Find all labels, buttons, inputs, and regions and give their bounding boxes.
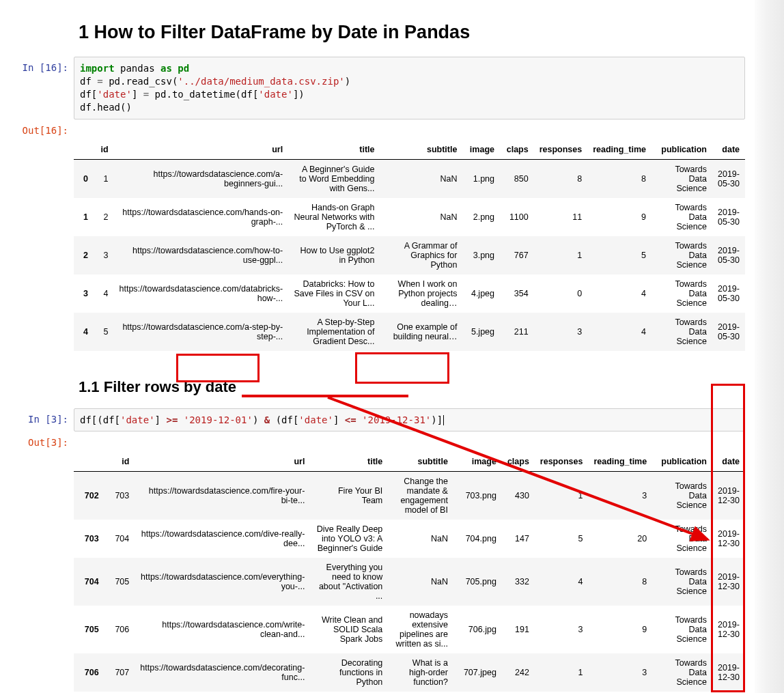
cell-title: Dive Really Deep into YOLO v3: A Beginne… <box>310 520 388 558</box>
cell-claps: 191 <box>502 606 535 653</box>
cell-url: https://towardsdatascience.com/how-to-us… <box>114 236 289 274</box>
cell-publication: Towards Data Science <box>652 472 712 520</box>
table-row: 01https://towardsdatascience.com/a-begin… <box>74 159 745 198</box>
cell-title: Write Clean and SOLID Scala Spark Jobs <box>310 606 388 653</box>
prompt-in-16: In [16]: <box>0 57 74 73</box>
column-header: url <box>135 452 310 472</box>
table-row: 12https://towardsdatascience.com/hands-o… <box>74 198 745 236</box>
cell-date: 2019-05-30 <box>712 274 745 313</box>
cell-reading_time: 4 <box>587 274 652 313</box>
cell-subtitle: nowadays extensive pipelines are written… <box>388 606 453 653</box>
code-cell-3: In [3]: df[(df['date'] >= '2019-12-01') … <box>0 408 755 432</box>
cell-date: 2019-05-30 <box>712 313 745 351</box>
cell-url: https://towardsdatascience.com/a-beginne… <box>114 159 289 198</box>
column-header: id <box>104 452 135 472</box>
heading-1-1: 1.1 Filter rows by date <box>79 378 755 396</box>
column-header: reading_time <box>588 452 652 472</box>
column-header: publication <box>652 140 712 160</box>
column-header: date <box>712 452 745 472</box>
column-header: subtitle <box>380 140 463 160</box>
prompt-out-16: Out[16]: <box>0 119 74 136</box>
table-row: 706707https://towardsdatascience.com/dec… <box>74 653 745 692</box>
code-input-3[interactable]: df[(df['date'] >= '2019-12-01') & (df['d… <box>74 408 745 432</box>
cell-image: 2.png <box>462 198 500 236</box>
cell-subtitle: NaN <box>380 198 463 236</box>
row-index: 703 <box>74 520 104 558</box>
cell-date: 2019-05-30 <box>712 198 745 236</box>
cell-id: 705 <box>104 558 135 606</box>
cell-title: Databricks: How to Save Files in CSV on … <box>288 274 380 313</box>
cell-title: A Beginner's Guide to Word Embedding wit… <box>288 159 380 198</box>
code-input-16[interactable]: import pandas as pd df = pd.read_csv('..… <box>74 57 745 119</box>
column-header <box>74 452 104 472</box>
cell-url: https://towardsdatascience.com/decoratin… <box>135 653 310 692</box>
table-row: 34https://towardsdatascience.com/databri… <box>74 274 745 313</box>
cell-publication: Towards Data Science <box>652 520 712 558</box>
cell-subtitle: When I work on Python projects dealing… <box>380 274 463 313</box>
table-row: 705706https://towardsdatascience.com/wri… <box>74 606 745 653</box>
cell-claps: 430 <box>502 472 535 520</box>
cell-id: 704 <box>104 520 135 558</box>
cell-subtitle: NaN <box>388 558 453 606</box>
cell-id: 703 <box>104 472 135 520</box>
page-shadow <box>755 0 784 693</box>
cell-claps: 1100 <box>500 198 534 236</box>
cell-reading_time: 8 <box>588 558 652 606</box>
cell-responses: 3 <box>535 606 589 653</box>
cell-publication: Towards Data Science <box>652 198 712 236</box>
column-header: url <box>114 140 289 160</box>
cell-publication: Towards Data Science <box>652 274 712 313</box>
cell-subtitle: One example of building neural… <box>380 313 463 351</box>
row-index: 0 <box>74 159 94 198</box>
cell-id: 5 <box>94 313 114 351</box>
prompt-in-3: In [3]: <box>0 408 74 425</box>
cell-date: 2019-12-30 <box>712 520 745 558</box>
cell-claps: 147 <box>502 520 535 558</box>
cell-responses: 0 <box>534 274 588 313</box>
column-header: publication <box>652 452 712 472</box>
cell-responses: 4 <box>535 558 589 606</box>
cell-subtitle: NaN <box>380 159 463 198</box>
cell-responses: 3 <box>534 313 588 351</box>
cell-reading_time: 3 <box>588 472 652 520</box>
cell-url: https://towardsdatascience.com/fire-your… <box>135 472 310 520</box>
cell-image: 704.png <box>453 520 502 558</box>
code-cell-16: In [16]: import pandas as pd df = pd.rea… <box>0 57 755 119</box>
row-index: 705 <box>74 606 104 653</box>
cell-id: 707 <box>104 653 135 692</box>
cell-publication: Towards Data Science <box>652 236 712 274</box>
column-header <box>74 140 94 160</box>
column-header: image <box>453 452 502 472</box>
table-row: 703704https://towardsdatascience.com/div… <box>74 520 745 558</box>
dataframe-table-1: idurltitlesubtitleimageclapsresponsesrea… <box>74 140 745 351</box>
cell-reading_time: 5 <box>587 236 652 274</box>
column-header: reading_time <box>587 140 652 160</box>
cell-responses: 5 <box>535 520 589 558</box>
column-header: date <box>712 140 745 160</box>
table-row: 23https://towardsdatascience.com/how-to-… <box>74 236 745 274</box>
prompt-out-3: Out[3]: <box>0 432 74 448</box>
cell-id: 4 <box>94 274 114 313</box>
text-caret <box>443 415 444 425</box>
table-row: 704705https://towardsdatascience.com/eve… <box>74 558 745 606</box>
row-index: 1 <box>74 198 94 236</box>
cell-date: 2019-12-30 <box>712 472 745 520</box>
notebook-page: 1 How to Filter DataFrame by Date in Pan… <box>0 0 755 693</box>
cell-title: Everything you need to know about "Activ… <box>310 558 388 606</box>
cell-image: 3.png <box>462 236 500 274</box>
cell-title: Fire Your BI Team <box>310 472 388 520</box>
cell-claps: 354 <box>500 274 534 313</box>
cell-reading_time: 20 <box>588 520 652 558</box>
cell-title: Decorating functions in Python <box>310 653 388 692</box>
cell-responses: 8 <box>534 159 588 198</box>
heading-1: 1 How to Filter DataFrame by Date in Pan… <box>79 22 755 43</box>
cell-subtitle: NaN <box>388 520 453 558</box>
row-index: 706 <box>74 653 104 692</box>
column-header: claps <box>502 452 535 472</box>
column-header: title <box>288 140 380 160</box>
cell-date: 2019-05-30 <box>712 159 745 198</box>
cell-image: 5.jpeg <box>462 313 500 351</box>
cell-image: 706.jpg <box>453 606 502 653</box>
cell-image: 1.png <box>462 159 500 198</box>
cell-publication: Towards Data Science <box>652 159 712 198</box>
